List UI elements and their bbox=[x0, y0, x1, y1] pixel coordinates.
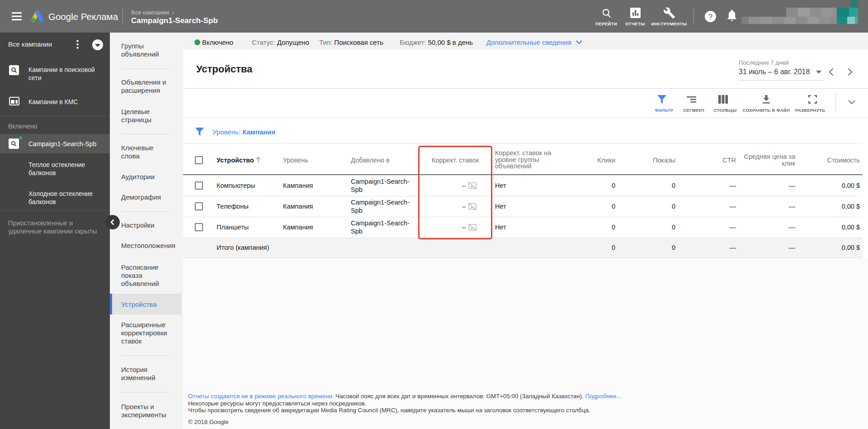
svg-text:?: ? bbox=[708, 13, 712, 21]
